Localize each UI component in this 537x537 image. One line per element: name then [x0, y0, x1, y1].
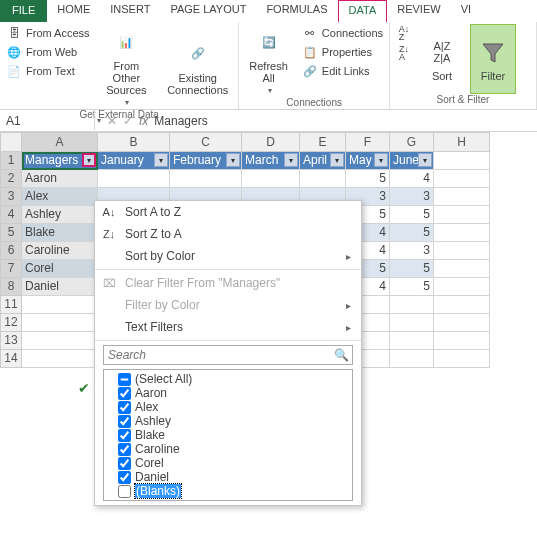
cell-name[interactable]: Corel [22, 260, 98, 278]
filter-dropdown-icon[interactable]: ▾ [284, 153, 298, 167]
properties-button[interactable]: 📋Properties [300, 43, 385, 61]
filter-check-item[interactable]: Caroline [118, 442, 350, 456]
filter-dropdown-icon[interactable]: ▾ [154, 153, 168, 167]
connections-button[interactable]: ⚯Connections [300, 24, 385, 42]
cell-name[interactable]: Caroline [22, 242, 98, 260]
cell[interactable] [434, 242, 490, 260]
filter-check-item[interactable]: Aaron [118, 386, 350, 400]
cell-name[interactable]: Alex [22, 188, 98, 206]
filter-search-input[interactable] [103, 345, 353, 365]
cell-name[interactable]: Daniel [22, 278, 98, 296]
filter-dropdown-icon[interactable]: ▾ [374, 153, 388, 167]
cell[interactable] [434, 296, 490, 314]
from-access-button[interactable]: 🗄From Access [4, 24, 92, 42]
cell[interactable] [390, 314, 434, 332]
filter-check-item[interactable]: Daniel [118, 470, 350, 484]
filter-checkbox[interactable] [118, 387, 131, 400]
tab-insert[interactable]: INSERT [100, 0, 160, 22]
row-head[interactable]: 5 [0, 224, 22, 242]
sort-button[interactable]: A|ZZ|A Sort [420, 24, 464, 94]
filter-dropdown-icon[interactable]: ▾ [418, 153, 432, 167]
cell[interactable] [390, 296, 434, 314]
from-web-button[interactable]: 🌐From Web [4, 43, 92, 61]
row-head-1[interactable]: 1 [0, 152, 22, 170]
cell[interactable] [434, 278, 490, 296]
filter-check-item[interactable]: Blake [118, 428, 350, 442]
header-managers[interactable]: Managers▾ [22, 152, 98, 170]
tab-formulas[interactable]: FORMULAS [256, 0, 337, 22]
header-may[interactable]: May▾ [346, 152, 390, 170]
cell-jun[interactable]: 5 [390, 224, 434, 242]
menu-text-filters[interactable]: Text Filters▸ [95, 316, 361, 338]
row-head[interactable]: 11 [0, 296, 22, 314]
filter-checkbox[interactable] [118, 429, 131, 442]
fx-icon[interactable]: fx [139, 114, 148, 128]
filter-button[interactable]: Filter [470, 24, 516, 94]
cell-jun[interactable]: 4 [390, 170, 434, 188]
filter-checkbox[interactable] [118, 401, 131, 414]
tab-view-cut[interactable]: VI [451, 0, 481, 22]
filter-check-item[interactable]: (Select All) [118, 372, 350, 386]
refresh-all-button[interactable]: 🔄 Refresh All▾ [243, 24, 294, 97]
cell-jun[interactable]: 5 [390, 260, 434, 278]
name-box[interactable]: A1 [0, 112, 95, 130]
cell[interactable] [242, 170, 300, 188]
cell-jun[interactable]: 3 [390, 242, 434, 260]
tab-pagelayout[interactable]: PAGE LAYOUT [160, 0, 256, 22]
cell[interactable] [434, 206, 490, 224]
row-head[interactable]: 14 [0, 350, 22, 368]
cell[interactable] [170, 170, 242, 188]
menu-sort-az[interactable]: A↓Sort A to Z [95, 201, 361, 223]
header-june[interactable]: June▾ [390, 152, 434, 170]
header-january[interactable]: January▾ [98, 152, 170, 170]
cell-jun[interactable]: 5 [390, 278, 434, 296]
col-head-B[interactable]: B [98, 132, 170, 152]
sort-za-small[interactable]: Z↓A [394, 44, 414, 62]
filter-checkbox[interactable] [118, 373, 131, 386]
filter-checkbox[interactable] [118, 485, 131, 498]
cell-jun[interactable]: 3 [390, 188, 434, 206]
cell[interactable] [22, 350, 98, 368]
tab-home[interactable]: HOME [47, 0, 100, 22]
sort-az-small[interactable]: A↓Z [394, 24, 414, 42]
menu-sort-color[interactable]: Sort by Color▸ [95, 245, 361, 267]
filter-dropdown-icon[interactable]: ▾ [330, 153, 344, 167]
header-april[interactable]: April▾ [300, 152, 346, 170]
cell[interactable] [22, 296, 98, 314]
existing-connections-button[interactable]: 🔗 Existing Connections [161, 24, 234, 109]
cell[interactable] [434, 224, 490, 242]
col-head-E[interactable]: E [300, 132, 346, 152]
cell[interactable] [434, 170, 490, 188]
fx-accept-icon[interactable]: ✓ [123, 114, 133, 128]
cell[interactable] [434, 350, 490, 368]
col-head-D[interactable]: D [242, 132, 300, 152]
filter-checkbox[interactable] [118, 415, 131, 428]
cell-jun[interactable]: 5 [390, 206, 434, 224]
cell-empty[interactable] [434, 152, 490, 170]
filter-check-item[interactable]: Corel [118, 456, 350, 470]
row-head[interactable]: 12 [0, 314, 22, 332]
header-february[interactable]: February▾ [170, 152, 242, 170]
filter-dropdown-icon[interactable]: ▾ [82, 153, 96, 167]
cell[interactable] [22, 332, 98, 350]
from-other-sources-button[interactable]: 📊 From Other Sources▾ [98, 24, 156, 109]
menu-sort-za[interactable]: Z↓Sort Z to A [95, 223, 361, 245]
col-head-H[interactable]: H [434, 132, 490, 152]
filter-checkbox[interactable] [118, 443, 131, 456]
tab-file[interactable]: FILE [0, 0, 47, 22]
row-head[interactable]: 2 [0, 170, 22, 188]
cell[interactable] [300, 170, 346, 188]
formula-value[interactable]: Managers [154, 114, 207, 128]
row-head[interactable]: 13 [0, 332, 22, 350]
row-head[interactable]: 6 [0, 242, 22, 260]
col-head-A[interactable]: A [22, 132, 98, 152]
select-all-corner[interactable] [0, 132, 22, 152]
col-head-C[interactable]: C [170, 132, 242, 152]
cell[interactable] [434, 260, 490, 278]
tab-review[interactable]: REVIEW [387, 0, 450, 22]
header-march[interactable]: March▾ [242, 152, 300, 170]
cell[interactable] [390, 332, 434, 350]
cell[interactable] [434, 314, 490, 332]
tab-data[interactable]: DATA [338, 0, 388, 22]
row-head[interactable]: 7 [0, 260, 22, 278]
